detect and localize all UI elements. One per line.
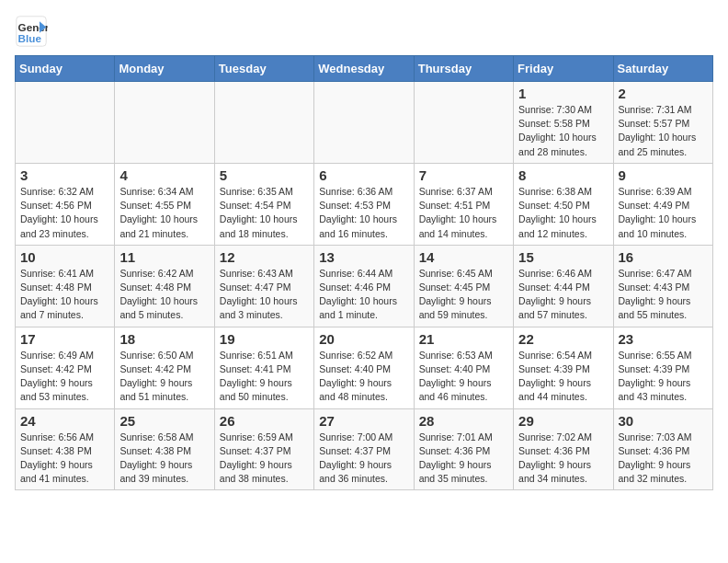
day-number: 27 — [319, 413, 408, 429]
day-info: Sunrise: 6:49 AM Sunset: 4:42 PM Dayligh… — [20, 349, 109, 405]
day-number: 28 — [419, 413, 508, 429]
day-info: Sunrise: 6:46 AM Sunset: 4:44 PM Dayligh… — [518, 267, 608, 323]
day-info: Sunrise: 6:37 AM Sunset: 4:51 PM Dayligh… — [419, 185, 508, 241]
day-info: Sunrise: 6:58 AM Sunset: 4:38 PM Dayligh… — [119, 431, 209, 487]
calendar-cell: 13Sunrise: 6:44 AM Sunset: 4:46 PM Dayli… — [314, 245, 414, 327]
day-info: Sunrise: 6:51 AM Sunset: 4:41 PM Dayligh… — [220, 349, 309, 405]
weekday-header-monday: Monday — [115, 56, 214, 82]
calendar-table: SundayMondayTuesdayWednesdayThursdayFrid… — [15, 55, 713, 490]
day-info: Sunrise: 6:39 AM Sunset: 4:49 PM Dayligh… — [619, 185, 708, 241]
day-number: 20 — [319, 331, 408, 347]
day-number: 19 — [220, 331, 309, 347]
weekday-header-wednesday: Wednesday — [314, 56, 414, 82]
day-info: Sunrise: 7:00 AM Sunset: 4:37 PM Dayligh… — [319, 431, 408, 487]
calendar-header: SundayMondayTuesdayWednesdayThursdayFrid… — [16, 56, 713, 82]
day-info: Sunrise: 6:47 AM Sunset: 4:43 PM Dayligh… — [619, 267, 708, 323]
calendar-cell: 27Sunrise: 7:00 AM Sunset: 4:37 PM Dayli… — [314, 408, 414, 490]
calendar-cell: 7Sunrise: 6:37 AM Sunset: 4:51 PM Daylig… — [414, 163, 513, 245]
page-header: General Blue — [15, 15, 713, 48]
day-info: Sunrise: 6:56 AM Sunset: 4:38 PM Dayligh… — [20, 431, 109, 487]
calendar-cell: 18Sunrise: 6:50 AM Sunset: 4:42 PM Dayli… — [115, 327, 214, 408]
calendar-cell: 9Sunrise: 6:39 AM Sunset: 4:49 PM Daylig… — [613, 163, 712, 245]
day-info: Sunrise: 6:34 AM Sunset: 4:55 PM Dayligh… — [119, 185, 209, 241]
calendar-cell: 1Sunrise: 7:30 AM Sunset: 5:58 PM Daylig… — [514, 82, 613, 164]
calendar-cell: 22Sunrise: 6:54 AM Sunset: 4:39 PM Dayli… — [514, 327, 613, 408]
calendar-cell: 17Sunrise: 6:49 AM Sunset: 4:42 PM Dayli… — [16, 327, 115, 408]
day-info: Sunrise: 7:03 AM Sunset: 4:36 PM Dayligh… — [619, 431, 708, 487]
day-info: Sunrise: 6:45 AM Sunset: 4:45 PM Dayligh… — [419, 267, 508, 323]
day-number: 10 — [20, 249, 109, 265]
day-info: Sunrise: 6:38 AM Sunset: 4:50 PM Dayligh… — [518, 185, 608, 241]
day-number: 13 — [319, 249, 408, 265]
calendar-cell: 2Sunrise: 7:31 AM Sunset: 5:57 PM Daylig… — [613, 82, 712, 164]
day-number: 9 — [619, 167, 708, 183]
day-number: 12 — [220, 249, 309, 265]
weekday-header-tuesday: Tuesday — [214, 56, 313, 82]
day-number: 3 — [20, 167, 109, 183]
day-number: 21 — [419, 331, 508, 347]
day-number: 8 — [518, 167, 608, 183]
day-info: Sunrise: 6:52 AM Sunset: 4:40 PM Dayligh… — [319, 349, 408, 405]
day-info: Sunrise: 6:50 AM Sunset: 4:42 PM Dayligh… — [119, 349, 209, 405]
day-number: 30 — [619, 413, 708, 429]
day-number: 29 — [518, 413, 608, 429]
calendar-cell: 28Sunrise: 7:01 AM Sunset: 4:36 PM Dayli… — [414, 408, 513, 490]
calendar-cell: 4Sunrise: 6:34 AM Sunset: 4:55 PM Daylig… — [115, 163, 214, 245]
day-info: Sunrise: 6:35 AM Sunset: 4:54 PM Dayligh… — [220, 185, 309, 241]
weekday-header-sunday: Sunday — [16, 56, 115, 82]
calendar-cell: 21Sunrise: 6:53 AM Sunset: 4:40 PM Dayli… — [414, 327, 513, 408]
day-info: Sunrise: 6:32 AM Sunset: 4:56 PM Dayligh… — [20, 185, 109, 241]
calendar-cell: 16Sunrise: 6:47 AM Sunset: 4:43 PM Dayli… — [613, 245, 712, 327]
day-info: Sunrise: 6:43 AM Sunset: 4:47 PM Dayligh… — [220, 267, 309, 323]
calendar-cell: 20Sunrise: 6:52 AM Sunset: 4:40 PM Dayli… — [314, 327, 414, 408]
day-number: 4 — [119, 167, 209, 183]
day-number: 25 — [119, 413, 209, 429]
calendar-cell — [115, 82, 214, 164]
day-number: 6 — [319, 167, 408, 183]
calendar-cell: 19Sunrise: 6:51 AM Sunset: 4:41 PM Dayli… — [214, 327, 313, 408]
calendar-cell — [16, 82, 115, 164]
day-number: 18 — [119, 331, 209, 347]
day-number: 5 — [220, 167, 309, 183]
calendar-cell: 30Sunrise: 7:03 AM Sunset: 4:36 PM Dayli… — [613, 408, 712, 490]
calendar-cell: 3Sunrise: 6:32 AM Sunset: 4:56 PM Daylig… — [16, 163, 115, 245]
day-info: Sunrise: 6:41 AM Sunset: 4:48 PM Dayligh… — [20, 267, 109, 323]
svg-text:Blue: Blue — [18, 32, 42, 44]
day-number: 26 — [220, 413, 309, 429]
logo-icon: General Blue — [15, 15, 48, 48]
logo: General Blue — [15, 15, 51, 48]
day-info: Sunrise: 7:31 AM Sunset: 5:57 PM Dayligh… — [619, 103, 708, 159]
calendar-cell: 29Sunrise: 7:02 AM Sunset: 4:36 PM Dayli… — [514, 408, 613, 490]
calendar-cell — [214, 82, 313, 164]
calendar-cell: 12Sunrise: 6:43 AM Sunset: 4:47 PM Dayli… — [214, 245, 313, 327]
calendar-cell: 24Sunrise: 6:56 AM Sunset: 4:38 PM Dayli… — [16, 408, 115, 490]
day-number: 24 — [20, 413, 109, 429]
calendar-cell — [314, 82, 414, 164]
day-info: Sunrise: 6:36 AM Sunset: 4:53 PM Dayligh… — [319, 185, 408, 241]
calendar-cell: 15Sunrise: 6:46 AM Sunset: 4:44 PM Dayli… — [514, 245, 613, 327]
day-number: 17 — [20, 331, 109, 347]
calendar-cell: 14Sunrise: 6:45 AM Sunset: 4:45 PM Dayli… — [414, 245, 513, 327]
weekday-header-thursday: Thursday — [414, 56, 513, 82]
day-info: Sunrise: 7:30 AM Sunset: 5:58 PM Dayligh… — [518, 103, 608, 159]
day-number: 1 — [518, 86, 608, 101]
calendar-cell: 6Sunrise: 6:36 AM Sunset: 4:53 PM Daylig… — [314, 163, 414, 245]
day-info: Sunrise: 7:02 AM Sunset: 4:36 PM Dayligh… — [518, 431, 608, 487]
calendar-cell: 5Sunrise: 6:35 AM Sunset: 4:54 PM Daylig… — [214, 163, 313, 245]
day-info: Sunrise: 6:55 AM Sunset: 4:39 PM Dayligh… — [619, 349, 708, 405]
weekday-header-friday: Friday — [514, 56, 613, 82]
day-number: 11 — [119, 249, 209, 265]
day-number: 16 — [619, 249, 708, 265]
calendar-cell: 23Sunrise: 6:55 AM Sunset: 4:39 PM Dayli… — [613, 327, 712, 408]
day-info: Sunrise: 6:54 AM Sunset: 4:39 PM Dayligh… — [518, 349, 608, 405]
day-info: Sunrise: 6:44 AM Sunset: 4:46 PM Dayligh… — [319, 267, 408, 323]
day-number: 22 — [518, 331, 608, 347]
calendar-cell — [414, 82, 513, 164]
day-number: 2 — [619, 86, 708, 101]
day-number: 15 — [518, 249, 608, 265]
day-number: 14 — [419, 249, 508, 265]
calendar-cell: 8Sunrise: 6:38 AM Sunset: 4:50 PM Daylig… — [514, 163, 613, 245]
calendar-cell: 26Sunrise: 6:59 AM Sunset: 4:37 PM Dayli… — [214, 408, 313, 490]
calendar-cell: 25Sunrise: 6:58 AM Sunset: 4:38 PM Dayli… — [115, 408, 214, 490]
weekday-header-saturday: Saturday — [613, 56, 712, 82]
